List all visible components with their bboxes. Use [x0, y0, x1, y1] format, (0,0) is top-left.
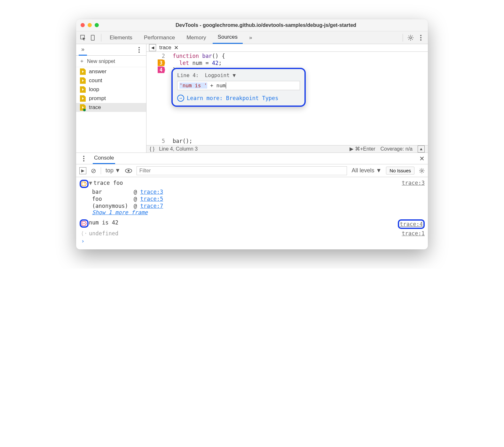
svg-rect-1: [91, 35, 94, 40]
snippet-label: trace: [89, 104, 101, 111]
gutter[interactable]: 2 ?3 ••4 5: [146, 52, 166, 145]
tab-elements[interactable]: Elements: [105, 31, 138, 44]
snippet-item-trace[interactable]: trace: [76, 103, 146, 112]
logpoint-expression-input[interactable]: 'num is ' + num​: [177, 81, 300, 90]
tab-console[interactable]: Console: [93, 153, 115, 164]
svg-point-6: [138, 47, 140, 48]
frame-link[interactable]: trace:5: [140, 196, 163, 202]
console-output: ? ▼ trace foo trace:3 bar@ trace:3 foo@ …: [76, 177, 428, 249]
main-toolbar: Elements Performance Memory Sources »: [76, 31, 428, 44]
frame-link[interactable]: trace:7: [140, 203, 163, 209]
console-message: trace foo: [93, 180, 123, 186]
sidebar-more-tabs[interactable]: »: [79, 44, 87, 56]
code-editor[interactable]: 2 ?3 ••4 5 function bar() { let num = 42…: [146, 52, 428, 145]
pretty-print-icon[interactable]: { }: [150, 146, 154, 152]
breakpoint-type-select[interactable]: Logpoint ▼: [205, 72, 236, 78]
execution-context-icon[interactable]: ▶: [79, 167, 86, 174]
console-prompt[interactable]: ›: [79, 237, 425, 245]
snippet-item-loop[interactable]: loop: [76, 85, 146, 94]
editor-tab-label: trace: [159, 44, 171, 51]
svg-point-7: [138, 49, 140, 51]
svg-text:?: ?: [83, 182, 85, 185]
minimize-window-button[interactable]: [88, 23, 92, 27]
svg-point-3: [420, 35, 421, 36]
live-expression-icon[interactable]: [125, 169, 132, 173]
close-drawer-icon[interactable]: ✕: [419, 155, 425, 162]
line-number[interactable]: 3: [158, 60, 165, 66]
svg-point-4: [420, 37, 421, 38]
console-toolbar: ▶ ⊘ top ▼ All levels ▼ No Issues: [76, 164, 428, 177]
line-number[interactable]: 4: [158, 67, 165, 73]
tab-more[interactable]: »: [244, 31, 257, 44]
svg-point-13: [128, 170, 130, 172]
source-link[interactable]: trace:1: [402, 230, 425, 237]
settings-gear-icon[interactable]: [406, 33, 415, 42]
context-selector[interactable]: top ▼: [106, 167, 121, 174]
close-window-button[interactable]: [81, 23, 85, 27]
svg-point-5: [420, 39, 421, 41]
snippet-file-icon: [80, 95, 86, 102]
show-more-frames-link[interactable]: Show 1 more frame: [79, 209, 425, 216]
svg-point-17: [84, 223, 85, 224]
tab-memory[interactable]: Memory: [181, 31, 211, 44]
run-snippet-button[interactable]: ▶ ⌘+Enter: [350, 146, 375, 152]
devtools-window: DevTools - googlechrome.github.io/devtoo…: [76, 19, 428, 249]
learn-more-text[interactable]: Learn more: Breakpoint Types: [187, 95, 279, 101]
issues-button[interactable]: No Issues: [386, 167, 414, 175]
frame-fn: (anonymous): [92, 203, 134, 209]
editor-tabs: ◀ trace ✕: [146, 44, 428, 52]
zoom-window-button[interactable]: [95, 23, 99, 27]
cursor-position: Line 4, Column 3: [159, 146, 198, 152]
console-row-return: ⟨· undefined trace:1: [79, 230, 425, 237]
editor-statusbar: { } Line 4, Column 3 ▶ ⌘+Enter Coverage:…: [146, 145, 428, 153]
snippet-item-count[interactable]: count: [76, 76, 146, 85]
new-snippet-button[interactable]: ＋ New snippet: [76, 56, 146, 67]
svg-point-16: [83, 223, 83, 224]
titlebar: DevTools - googlechrome.github.io/devtoo…: [76, 19, 428, 31]
device-toolbar-icon[interactable]: [89, 33, 98, 42]
source-map-icon[interactable]: ▲: [418, 145, 425, 153]
frame-link[interactable]: trace:3: [140, 189, 163, 195]
editor-tab-trace[interactable]: trace ✕: [159, 44, 178, 51]
log-level-selector[interactable]: All levels ▼: [351, 167, 382, 174]
clear-console-icon[interactable]: ⊘: [91, 167, 96, 175]
snippet-item-prompt[interactable]: prompt: [76, 94, 146, 103]
snippet-file-icon: [80, 77, 86, 84]
plus-icon: ＋: [79, 58, 84, 65]
svg-point-10: [83, 158, 84, 159]
return-arrow-icon: ⟨·: [79, 230, 89, 237]
console-settings-gear-icon[interactable]: [419, 168, 425, 174]
frame-fn: foo: [92, 196, 134, 202]
console-kebab-icon[interactable]: [79, 154, 88, 163]
kebab-menu-icon[interactable]: [416, 33, 425, 42]
source-link[interactable]: trace:3: [402, 180, 425, 186]
prompt-chevron-icon: ›: [79, 238, 84, 244]
close-tab-icon[interactable]: ✕: [174, 44, 178, 51]
svg-point-9: [83, 156, 84, 157]
traffic-lights: [81, 23, 99, 27]
learn-more-link[interactable]: → Learn more: Breakpoint Types: [177, 95, 300, 102]
navigator-toggle-icon[interactable]: ◀: [149, 44, 156, 51]
snippet-list: answer count loop prompt trace: [76, 67, 146, 153]
popup-header: Line 4: Logpoint ▼: [177, 72, 300, 78]
svg-point-11: [83, 160, 84, 161]
snippet-item-answer[interactable]: answer: [76, 67, 146, 76]
sources-content: » ＋ New snippet answer count loop prompt…: [76, 44, 428, 153]
console-row-logpoint[interactable]: num is 42 trace:4: [79, 219, 425, 230]
expr-rest: + num: [207, 82, 226, 89]
line-number: 5: [162, 138, 165, 144]
console-filter-input[interactable]: [137, 166, 347, 175]
console-row-trace[interactable]: ? ▼ trace foo trace:3: [79, 179, 425, 189]
source-link[interactable]: trace:4: [398, 219, 425, 229]
tab-performance[interactable]: Performance: [139, 31, 180, 44]
disclosure-triangle-icon[interactable]: ▼: [89, 180, 92, 186]
sidebar-kebab-icon[interactable]: [135, 45, 144, 54]
frame-fn: bar: [92, 189, 134, 195]
console-message: num is 42: [89, 219, 118, 226]
window-title: DevTools - googlechrome.github.io/devtoo…: [108, 22, 423, 28]
console-message: undefined: [89, 230, 118, 237]
tab-sources[interactable]: Sources: [213, 31, 243, 44]
divider: [101, 34, 101, 42]
inspect-element-icon[interactable]: [79, 33, 88, 42]
svg-point-8: [138, 51, 140, 53]
